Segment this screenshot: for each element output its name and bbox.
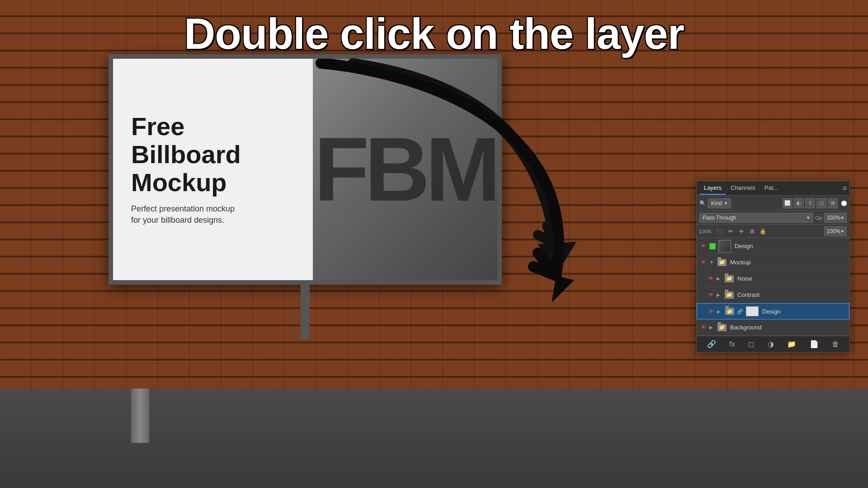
layer-expand-arrow[interactable]: ▶ — [717, 292, 723, 297]
filter-toggle[interactable] — [841, 201, 847, 206]
fbm-text: FBM — [314, 124, 496, 215]
layer-eye-icon[interactable]: 👁 — [699, 258, 708, 267]
layer-row-selected[interactable]: 👁 ▶ 📁 🔗 Design — [697, 303, 849, 319]
filter-icons: ⬜ ◐ T ◻ ⊞ — [783, 198, 838, 208]
layer-eye-icon[interactable]: 👁 — [707, 307, 715, 315]
layer-mask-thumbnail — [746, 306, 759, 316]
new-adjustment-btn[interactable]: ◑ — [766, 339, 776, 349]
lock-icons: ⬛ ✏ ✛ ⊞ 🔒 — [715, 227, 768, 236]
filter-smart-btn[interactable]: ⊞ — [828, 198, 838, 208]
panel-tabs: Layers Channels Pat... ≡ — [697, 181, 849, 196]
lock-artboard-btn[interactable]: ⊞ — [748, 227, 757, 236]
layer-row[interactable]: 👁 ▶ 📁 Background — [697, 319, 849, 336]
link-layers-btn[interactable]: 🔗 — [705, 339, 718, 349]
panel-lock-row: Lock: ⬛ ✏ ✛ ⊞ 🔒 100% ▼ — [697, 225, 849, 238]
fill-control: 100% ▼ — [824, 226, 847, 236]
opacity-dropdown-arrow: ▼ — [840, 216, 844, 220]
layers-list: 👁 Design 👁 ▼ 📁 Mockup 👁 ▶ 📁 Noise — [697, 238, 849, 336]
fill-dropdown-arrow: ▼ — [840, 229, 844, 234]
lock-label: Lock: — [699, 228, 712, 235]
blend-mode-label: Pass Through — [703, 215, 736, 221]
layer-eye-icon[interactable]: 👁 — [699, 242, 708, 250]
billboard-subtitle: Perfect presentation mockupfor your bill… — [131, 203, 295, 226]
layer-name: Noise — [737, 275, 847, 282]
filter-shape-btn[interactable]: ◻ — [816, 198, 826, 208]
layer-expand-arrow[interactable]: ▶ — [717, 276, 723, 281]
billboard-post — [301, 285, 310, 339]
opacity-input[interactable]: 100% ▼ — [824, 213, 847, 223]
filter-pixel-btn[interactable]: ⬜ — [783, 198, 793, 208]
layer-expand-arrow[interactable]: ▼ — [709, 260, 716, 265]
layer-name: Background — [730, 324, 847, 331]
dropdown-arrow-icon: ▼ — [724, 201, 728, 206]
layer-green-indicator — [709, 243, 716, 249]
layers-panel: Layers Channels Pat... ≡ 🔍 Kind ▼ ⬜ ◐ T … — [696, 181, 850, 352]
kind-label: Kind — [711, 200, 722, 206]
layer-row[interactable]: 👁 ▶ 📁 Contrast — [697, 287, 849, 303]
new-group-btn[interactable]: 📁 — [785, 339, 798, 349]
bollard — [131, 389, 149, 443]
fill-input[interactable]: 100% ▼ — [824, 226, 847, 236]
ground-area — [0, 389, 868, 488]
layer-row[interactable]: 👁 ▼ 📁 Mockup — [697, 254, 849, 271]
main-title: Double click on the layer — [0, 9, 868, 59]
panel-blend-row: Pass Through ▼ Op: 100% ▼ — [697, 211, 849, 225]
filter-type-btn[interactable]: T — [805, 198, 815, 208]
layer-expand-arrow[interactable]: ▶ — [709, 325, 716, 330]
add-mask-btn[interactable]: ◻ — [746, 339, 756, 349]
opacity-label: Op: — [815, 215, 823, 221]
kind-dropdown[interactable]: Kind ▼ — [708, 198, 731, 208]
layer-eye-icon[interactable]: 👁 — [707, 275, 715, 283]
layer-eye-icon[interactable]: 👁 — [707, 291, 715, 299]
layer-name: Mockup — [730, 259, 847, 266]
layer-thumbnail — [718, 240, 731, 253]
folder-icon: 📁 — [717, 324, 726, 331]
opacity-control: Op: 100% ▼ — [815, 213, 847, 223]
billboard-title: FreeBillboardMockup — [131, 113, 295, 196]
layer-name: Design — [762, 308, 846, 315]
layer-eye-icon[interactable]: 👁 — [699, 324, 708, 332]
lock-all-btn[interactable]: 🔒 — [759, 227, 768, 236]
tab-layers[interactable]: Layers — [699, 182, 726, 195]
billboard-left-section: FreeBillboardMockup Perfect presentation… — [113, 59, 313, 280]
panel-bottom-bar: 🔗 fx ◻ ◑ 📁 📄 🗑 — [697, 336, 849, 352]
layer-chain-icon: 🔗 — [737, 309, 743, 314]
folder-icon: 📁 — [717, 259, 726, 266]
billboard-wrapper: FreeBillboardMockup Perfect presentation… — [108, 54, 502, 285]
layer-name: Contrast — [737, 291, 847, 298]
billboard-frame: FreeBillboardMockup Perfect presentation… — [108, 54, 502, 285]
folder-icon: 📁 — [725, 275, 734, 282]
panel-filter-row: 🔍 Kind ▼ ⬜ ◐ T ◻ ⊞ — [697, 196, 849, 211]
layer-expand-arrow[interactable]: ▶ — [717, 309, 723, 314]
folder-icon: 📁 — [725, 291, 734, 299]
panel-menu-icon[interactable]: ≡ — [843, 184, 847, 192]
layer-row[interactable]: 👁 Design — [697, 238, 849, 254]
tab-paths[interactable]: Pat... — [760, 182, 783, 195]
blend-mode-dropdown[interactable]: Pass Through ▼ — [699, 213, 813, 223]
layer-row[interactable]: 👁 ▶ 📁 Noise — [697, 271, 849, 287]
billboard-right-section: FBM — [313, 59, 497, 280]
filter-adjust-btn[interactable]: ◐ — [794, 198, 804, 208]
lock-position-btn[interactable]: ✛ — [737, 227, 746, 236]
blend-dropdown-arrow: ▼ — [806, 216, 810, 220]
search-icon: 🔍 — [699, 200, 706, 206]
new-layer-btn[interactable]: 📄 — [808, 339, 821, 349]
lock-transparent-btn[interactable]: ⬛ — [715, 227, 724, 236]
folder-icon: 📁 — [725, 308, 734, 315]
delete-layer-btn[interactable]: 🗑 — [830, 339, 841, 349]
layer-fx-btn[interactable]: fx — [727, 339, 736, 349]
tab-channels[interactable]: Channels — [726, 182, 760, 195]
layer-thumb-image — [719, 240, 731, 252]
lock-pixels-btn[interactable]: ✏ — [726, 227, 735, 236]
layer-name: Design — [735, 243, 847, 249]
